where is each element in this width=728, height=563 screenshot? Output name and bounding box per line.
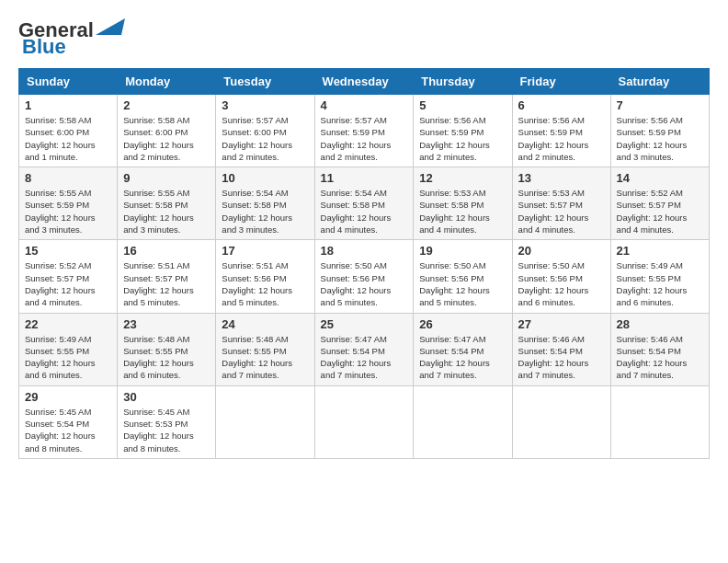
day-cell: 23 Sunrise: 5:48 AM Sunset: 5:55 PM Dayl… bbox=[118, 313, 216, 385]
day-number: 27 bbox=[518, 317, 605, 331]
day-info: Sunrise: 5:54 AM Sunset: 5:58 PM Dayligh… bbox=[222, 187, 308, 236]
day-number: 17 bbox=[222, 244, 308, 258]
day-cell: 16 Sunrise: 5:51 AM Sunset: 5:57 PM Dayl… bbox=[118, 240, 216, 313]
day-cell: 14 Sunrise: 5:52 AM Sunset: 5:57 PM Dayl… bbox=[610, 167, 709, 240]
col-header-monday: Monday bbox=[118, 69, 216, 95]
day-cell: 20 Sunrise: 5:50 AM Sunset: 5:56 PM Dayl… bbox=[512, 240, 610, 313]
day-cell: 4 Sunrise: 5:57 AM Sunset: 5:59 PM Dayli… bbox=[314, 95, 414, 167]
col-header-friday: Friday bbox=[512, 69, 610, 95]
col-header-tuesday: Tuesday bbox=[216, 69, 314, 95]
day-info: Sunrise: 5:48 AM Sunset: 5:55 PM Dayligh… bbox=[222, 333, 308, 382]
day-info: Sunrise: 5:52 AM Sunset: 5:57 PM Dayligh… bbox=[617, 187, 703, 236]
day-cell bbox=[512, 385, 610, 458]
day-info: Sunrise: 5:46 AM Sunset: 5:54 PM Dayligh… bbox=[617, 333, 703, 382]
day-info: Sunrise: 5:54 AM Sunset: 5:58 PM Dayligh… bbox=[321, 187, 408, 236]
day-info: Sunrise: 5:47 AM Sunset: 5:54 PM Dayligh… bbox=[321, 333, 408, 382]
week-row-4: 22 Sunrise: 5:49 AM Sunset: 5:55 PM Dayl… bbox=[19, 313, 710, 385]
day-cell: 18 Sunrise: 5:50 AM Sunset: 5:56 PM Dayl… bbox=[314, 240, 414, 313]
day-cell bbox=[314, 385, 414, 458]
day-cell: 12 Sunrise: 5:53 AM Sunset: 5:58 PM Dayl… bbox=[414, 167, 512, 240]
week-row-1: 1 Sunrise: 5:58 AM Sunset: 6:00 PM Dayli… bbox=[19, 95, 710, 167]
day-info: Sunrise: 5:47 AM Sunset: 5:54 PM Dayligh… bbox=[419, 333, 506, 382]
col-header-saturday: Saturday bbox=[610, 69, 709, 95]
day-number: 28 bbox=[617, 317, 703, 331]
day-number: 6 bbox=[518, 98, 605, 112]
day-number: 23 bbox=[123, 317, 210, 331]
day-number: 20 bbox=[518, 244, 605, 258]
day-cell: 10 Sunrise: 5:54 AM Sunset: 5:58 PM Dayl… bbox=[216, 167, 314, 240]
day-info: Sunrise: 5:57 AM Sunset: 5:59 PM Dayligh… bbox=[321, 114, 408, 163]
day-number: 19 bbox=[419, 244, 506, 258]
calendar-table: SundayMondayTuesdayWednesdayThursdayFrid… bbox=[18, 68, 710, 459]
day-info: Sunrise: 5:58 AM Sunset: 6:00 PM Dayligh… bbox=[123, 114, 210, 163]
day-number: 2 bbox=[123, 98, 210, 112]
day-number: 1 bbox=[25, 98, 111, 112]
col-header-thursday: Thursday bbox=[414, 69, 512, 95]
svg-marker-0 bbox=[96, 18, 125, 35]
col-header-sunday: Sunday bbox=[19, 69, 118, 95]
day-cell: 3 Sunrise: 5:57 AM Sunset: 6:00 PM Dayli… bbox=[216, 95, 314, 167]
day-cell: 19 Sunrise: 5:50 AM Sunset: 5:56 PM Dayl… bbox=[414, 240, 512, 313]
day-cell: 17 Sunrise: 5:51 AM Sunset: 5:56 PM Dayl… bbox=[216, 240, 314, 313]
day-number: 22 bbox=[25, 317, 111, 331]
day-cell: 22 Sunrise: 5:49 AM Sunset: 5:55 PM Dayl… bbox=[19, 313, 118, 385]
logo: General Blue bbox=[18, 18, 125, 59]
day-info: Sunrise: 5:45 AM Sunset: 5:54 PM Dayligh… bbox=[25, 406, 111, 454]
day-number: 10 bbox=[222, 171, 308, 185]
day-number: 12 bbox=[419, 171, 506, 185]
day-number: 26 bbox=[419, 317, 506, 331]
day-cell: 1 Sunrise: 5:58 AM Sunset: 6:00 PM Dayli… bbox=[19, 95, 118, 167]
day-number: 16 bbox=[123, 244, 210, 258]
week-row-2: 8 Sunrise: 5:55 AM Sunset: 5:59 PM Dayli… bbox=[19, 167, 710, 240]
day-number: 29 bbox=[25, 390, 111, 404]
day-cell: 9 Sunrise: 5:55 AM Sunset: 5:58 PM Dayli… bbox=[118, 167, 216, 240]
day-info: Sunrise: 5:55 AM Sunset: 5:59 PM Dayligh… bbox=[25, 187, 111, 236]
day-info: Sunrise: 5:48 AM Sunset: 5:55 PM Dayligh… bbox=[123, 333, 210, 382]
day-cell: 29 Sunrise: 5:45 AM Sunset: 5:54 PM Dayl… bbox=[19, 385, 118, 458]
day-number: 3 bbox=[222, 98, 308, 112]
day-number: 13 bbox=[518, 171, 605, 185]
day-cell: 2 Sunrise: 5:58 AM Sunset: 6:00 PM Dayli… bbox=[118, 95, 216, 167]
day-cell: 13 Sunrise: 5:53 AM Sunset: 5:57 PM Dayl… bbox=[512, 167, 610, 240]
week-row-5: 29 Sunrise: 5:45 AM Sunset: 5:54 PM Dayl… bbox=[19, 385, 710, 458]
day-number: 24 bbox=[222, 317, 308, 331]
logo-text-blue: Blue bbox=[22, 35, 66, 59]
day-cell: 5 Sunrise: 5:56 AM Sunset: 5:59 PM Dayli… bbox=[414, 95, 512, 167]
day-number: 18 bbox=[321, 244, 408, 258]
day-number: 5 bbox=[419, 98, 506, 112]
day-cell: 30 Sunrise: 5:45 AM Sunset: 5:53 PM Dayl… bbox=[118, 385, 216, 458]
day-cell bbox=[216, 385, 314, 458]
day-info: Sunrise: 5:52 AM Sunset: 5:57 PM Dayligh… bbox=[25, 259, 111, 308]
day-number: 4 bbox=[321, 98, 408, 112]
day-info: Sunrise: 5:51 AM Sunset: 5:57 PM Dayligh… bbox=[123, 259, 210, 308]
day-number: 11 bbox=[321, 171, 408, 185]
day-info: Sunrise: 5:50 AM Sunset: 5:56 PM Dayligh… bbox=[321, 259, 408, 308]
day-info: Sunrise: 5:57 AM Sunset: 6:00 PM Dayligh… bbox=[222, 114, 308, 163]
day-cell: 7 Sunrise: 5:56 AM Sunset: 5:59 PM Dayli… bbox=[610, 95, 709, 167]
day-info: Sunrise: 5:49 AM Sunset: 5:55 PM Dayligh… bbox=[617, 259, 703, 308]
day-info: Sunrise: 5:56 AM Sunset: 5:59 PM Dayligh… bbox=[419, 114, 506, 163]
day-info: Sunrise: 5:49 AM Sunset: 5:55 PM Dayligh… bbox=[25, 333, 111, 382]
day-info: Sunrise: 5:56 AM Sunset: 5:59 PM Dayligh… bbox=[617, 114, 703, 163]
day-info: Sunrise: 5:56 AM Sunset: 5:59 PM Dayligh… bbox=[518, 114, 605, 163]
day-number: 15 bbox=[25, 244, 111, 258]
day-cell: 21 Sunrise: 5:49 AM Sunset: 5:55 PM Dayl… bbox=[610, 240, 709, 313]
day-info: Sunrise: 5:51 AM Sunset: 5:56 PM Dayligh… bbox=[222, 259, 308, 308]
day-number: 9 bbox=[123, 171, 210, 185]
logo-wing-icon bbox=[96, 18, 125, 37]
day-cell: 8 Sunrise: 5:55 AM Sunset: 5:59 PM Dayli… bbox=[19, 167, 118, 240]
day-info: Sunrise: 5:50 AM Sunset: 5:56 PM Dayligh… bbox=[419, 259, 506, 308]
day-cell: 11 Sunrise: 5:54 AM Sunset: 5:58 PM Dayl… bbox=[314, 167, 414, 240]
day-number: 7 bbox=[617, 98, 703, 112]
day-cell bbox=[414, 385, 512, 458]
week-row-3: 15 Sunrise: 5:52 AM Sunset: 5:57 PM Dayl… bbox=[19, 240, 710, 313]
day-number: 8 bbox=[25, 171, 111, 185]
day-number: 25 bbox=[321, 317, 408, 331]
day-info: Sunrise: 5:53 AM Sunset: 5:58 PM Dayligh… bbox=[419, 187, 506, 236]
col-header-wednesday: Wednesday bbox=[314, 69, 414, 95]
day-cell bbox=[610, 385, 709, 458]
day-number: 14 bbox=[617, 171, 703, 185]
page-header: General Blue bbox=[18, 18, 710, 59]
day-number: 21 bbox=[617, 244, 703, 258]
day-info: Sunrise: 5:53 AM Sunset: 5:57 PM Dayligh… bbox=[518, 187, 605, 236]
